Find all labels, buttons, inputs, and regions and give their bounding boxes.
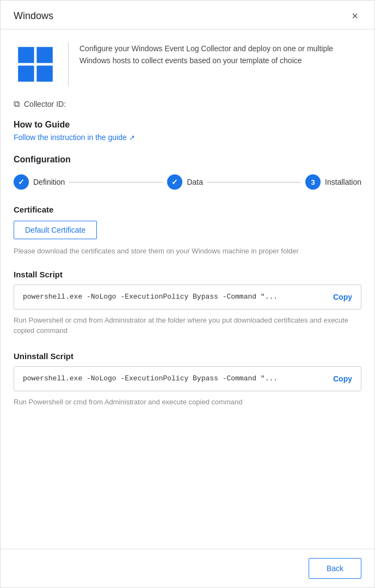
- stepper: Definition Data 3 Installation: [14, 174, 361, 190]
- step-2-label: Data: [187, 178, 203, 186]
- svg-rect-3: [36, 65, 52, 81]
- certificate-heading: Certificate: [14, 205, 361, 214]
- intro-description: Configure your Windows Event Log Collect…: [79, 43, 361, 67]
- windows-logo: [14, 43, 57, 86]
- guide-heading: How to Guide: [14, 120, 361, 130]
- step-3-label: Installation: [325, 178, 361, 186]
- step-3-circle: 3: [305, 174, 321, 190]
- collector-row: ⧉ Collector ID:: [14, 99, 361, 109]
- uninstall-script-code: powershell.exe -NoLogo -ExecutionPolicy …: [23, 374, 327, 383]
- windows-logo-svg: [16, 45, 54, 83]
- intro-section: Configure your Windows Event Log Collect…: [14, 43, 361, 86]
- back-button[interactable]: Back: [309, 558, 361, 579]
- dialog-body: Configure your Windows Event Log Collect…: [1, 29, 374, 549]
- svg-rect-1: [36, 47, 52, 63]
- certificate-hint: Please download the certificates and sto…: [14, 246, 361, 257]
- install-script-section: Install Script powershell.exe -NoLogo -E…: [14, 270, 361, 336]
- uninstall-script-section: Uninstall Script powershell.exe -NoLogo …: [14, 351, 361, 408]
- uninstall-script-heading: Uninstall Script: [14, 351, 361, 361]
- uninstall-copy-button[interactable]: Copy: [327, 374, 352, 383]
- dialog-footer: Back: [1, 549, 374, 587]
- guide-link[interactable]: Follow the instruction in the guide ↗: [14, 133, 135, 142]
- external-link-icon: ↗: [129, 134, 135, 142]
- close-button[interactable]: ×: [348, 9, 361, 22]
- install-copy-button[interactable]: Copy: [327, 293, 352, 301]
- configuration-heading: Configuration: [14, 155, 361, 165]
- step-line-2: [207, 182, 301, 183]
- svg-rect-0: [18, 47, 34, 63]
- windows-dialog: Windows × Configure your Windows Event L…: [0, 0, 375, 588]
- step-2-circle: [167, 174, 182, 190]
- default-certificate-button[interactable]: Default Certificate: [14, 221, 97, 239]
- step-1-circle: [14, 174, 29, 190]
- svg-rect-2: [18, 65, 34, 81]
- how-to-guide-section: How to Guide Follow the instruction in t…: [14, 120, 361, 155]
- copy-small-icon[interactable]: ⧉: [14, 99, 20, 109]
- install-script-heading: Install Script: [14, 270, 361, 279]
- install-script-code: powershell.exe -NoLogo -ExecutionPolicy …: [23, 293, 327, 301]
- step-data: Data: [167, 174, 203, 190]
- certificate-section: Certificate Default Certificate Please d…: [14, 205, 361, 257]
- step-definition: Definition: [14, 174, 65, 190]
- dialog-title: Windows: [14, 10, 53, 22]
- step-installation: 3 Installation: [305, 174, 361, 190]
- step-1-label: Definition: [33, 178, 65, 186]
- install-script-box: powershell.exe -NoLogo -ExecutionPolicy …: [14, 284, 361, 310]
- configuration-section: Configuration Definition Data 3 I: [14, 155, 361, 190]
- install-script-hint: Run Powershell or cmd from Administrator…: [14, 315, 361, 336]
- uninstall-script-box: powershell.exe -NoLogo -ExecutionPolicy …: [14, 366, 361, 391]
- uninstall-script-hint: Run Powershell or cmd from Administrator…: [14, 397, 361, 408]
- guide-link-text: Follow the instruction in the guide: [14, 133, 127, 142]
- step-line-1: [69, 182, 163, 183]
- collector-label: Collector ID:: [24, 100, 66, 108]
- intro-divider: [68, 43, 69, 86]
- dialog-header: Windows ×: [1, 1, 374, 29]
